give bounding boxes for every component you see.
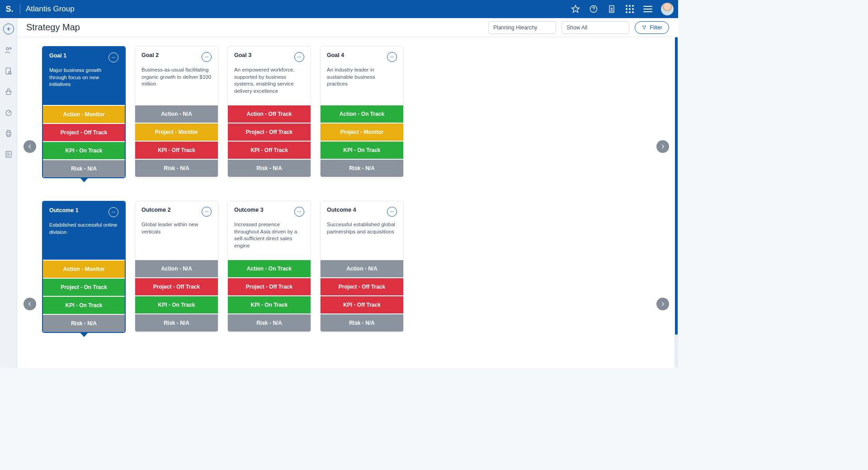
card-stat[interactable]: Risk - N/A [228,159,311,177]
card-stat[interactable]: Project - Monitor [135,123,218,141]
svg-point-18 [206,57,207,57]
goals-nav-prev[interactable] [24,140,36,153]
card-more-icon[interactable] [387,52,397,62]
card-more-icon[interactable] [202,207,212,217]
print-icon[interactable] [4,128,14,138]
card-stat[interactable]: Project - Off Track [135,277,218,295]
card-stat[interactable]: Action - N/A [135,104,218,123]
form-icon[interactable] [4,149,14,159]
card-stat[interactable]: KPI - Off Track [228,141,311,159]
card-title: Outcome 1 [49,207,79,214]
help-icon[interactable] [589,4,599,14]
brand-logo[interactable]: S. [5,4,14,14]
card-more-icon[interactable] [108,207,118,217]
menu-icon[interactable] [643,4,653,14]
card-stat[interactable]: Project - Monitor [321,123,403,141]
card-goals-3[interactable]: Goal 3An empowered workforce, supported … [227,46,311,178]
card-stat[interactable]: KPI - On Track [43,296,125,314]
card-description: Successful established global partnershi… [327,221,397,235]
card-stat[interactable]: Risk - N/A [43,159,125,177]
card-stat[interactable]: KPI - On Track [43,141,125,159]
card-stat[interactable]: Project - Off Track [228,123,311,141]
card-more-icon[interactable] [294,207,304,217]
card-goals-4[interactable]: Goal 4An industry leader in sustainable … [320,46,404,178]
apps-icon[interactable] [625,4,635,14]
favourite-icon[interactable] [571,4,580,14]
card-outcomes-3[interactable]: Outcome 3Increased presence throughout A… [227,201,311,333]
card-more-icon[interactable] [202,52,212,62]
card-stat[interactable]: Project - On Track [43,278,125,296]
svg-rect-3 [609,6,614,13]
card-goals-2[interactable]: Goal 2Business-as-usual facilitating org… [135,46,218,178]
card-outcomes-1[interactable]: Outcome 1Established successful online d… [42,201,126,333]
show-all-select[interactable]: Show All [561,21,629,34]
svg-point-21 [299,57,300,57]
page-title: Strategy Map [26,22,80,33]
planning-hierarchy-select[interactable]: Planning Hiearchy [488,21,556,34]
card-stat[interactable]: Risk - N/A [135,313,218,332]
svg-point-37 [393,211,394,212]
card-outcomes-4[interactable]: Outcome 4Successful established global p… [320,201,404,333]
card-goals-1[interactable]: Goal 1Major business growth through focu… [42,46,126,178]
card-stat[interactable]: Action - Off Track [228,104,311,123]
document-icon[interactable] [607,4,617,14]
card-outcomes-2[interactable]: Outcome 2Global leader within new vertic… [135,201,218,333]
card-stat[interactable]: Action - N/A [321,259,403,277]
card-stat[interactable]: Project - Off Track [43,123,125,141]
svg-point-20 [297,57,298,57]
card-stat[interactable]: Project - Off Track [228,277,311,295]
goals-nav-next[interactable] [656,140,669,153]
card-stat[interactable]: KPI - On Track [321,141,403,159]
card-stat[interactable]: Action - N/A [135,259,218,277]
card-stat[interactable]: KPI - Off Track [135,141,218,159]
card-more-icon[interactable] [294,52,304,62]
topbar: S. Atlantis Group [0,0,678,18]
svg-point-28 [114,212,115,213]
card-more-icon[interactable] [108,52,118,62]
search-doc-icon[interactable] [4,66,14,76]
svg-marker-0 [572,5,580,13]
add-button[interactable] [3,24,14,34]
card-stat[interactable]: Risk - N/A [135,159,218,177]
card-stat[interactable]: KPI - Off Track [321,295,403,313]
basket-icon[interactable] [4,87,14,97]
card-stat[interactable]: Action - Monitor [43,260,125,278]
dashboard-icon[interactable] [4,108,14,118]
avatar[interactable] [661,3,674,15]
card-head: Outcome 1Established successful online d… [43,202,125,260]
outcomes-nav-next[interactable] [656,298,669,310]
card-stat[interactable]: Risk - N/A [43,314,125,332]
left-sidebar [0,18,17,368]
brand-divider [20,4,20,14]
card-title: Outcome 4 [327,207,356,213]
svg-point-34 [300,211,301,212]
filter-button[interactable]: Filter [635,21,669,34]
card-stat[interactable]: KPI - On Track [228,295,311,313]
vertical-scrollbar[interactable] [675,37,678,368]
card-stat[interactable]: Action - Monitor [43,105,125,123]
card-stat[interactable]: Risk - N/A [228,313,311,332]
card-description: Major business growth through focus on n… [49,67,118,88]
card-description: An empowered workforce, supported by bus… [234,66,304,95]
people-icon[interactable] [4,45,14,55]
svg-point-9 [6,110,11,116]
scrollbar-thumb[interactable] [675,37,678,335]
svg-point-23 [390,57,391,57]
card-title: Goal 1 [49,52,66,59]
card-stat[interactable]: Risk - N/A [321,313,403,332]
card-description: Business-as-usual facilitating organic g… [142,66,212,88]
card-head: Outcome 2Global leader within new vertic… [135,201,218,259]
outcomes-row: Outcome 1Established successful online d… [42,201,656,333]
card-head: Outcome 4Successful established global p… [321,201,403,259]
card-more-icon[interactable] [387,207,397,217]
card-stat[interactable]: KPI - On Track [135,295,218,313]
outcomes-nav-prev[interactable] [24,298,36,310]
card-stat[interactable]: Action - On Track [321,104,403,123]
card-stat[interactable]: Risk - N/A [321,159,403,177]
svg-point-17 [205,57,206,57]
svg-point-16 [114,57,115,58]
svg-rect-12 [7,135,10,136]
svg-point-22 [300,57,301,57]
card-stat[interactable]: Action - On Track [228,259,311,277]
card-stat[interactable]: Project - Off Track [321,277,403,295]
